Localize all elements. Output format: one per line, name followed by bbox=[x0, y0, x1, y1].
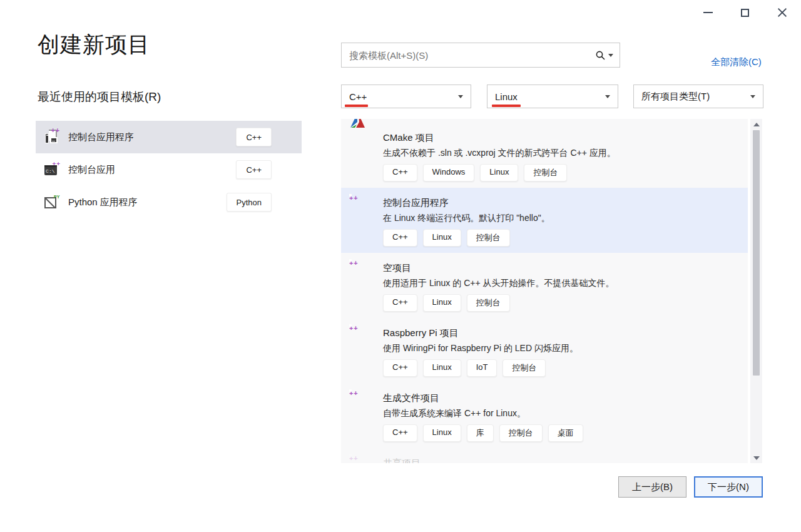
template-tags: C++ Linux 控制台 bbox=[383, 294, 510, 312]
template-list: CMake 项目 生成不依赖于 .sln 或 .vcxproj 文件的新式跨平台… bbox=[341, 119, 748, 463]
template-item-raspberry-pi[interactable]: ++ Raspberry Pi 项目 使用 WiringPi for Raspb… bbox=[341, 318, 748, 383]
tag: 控制台 bbox=[467, 294, 510, 312]
tag: Linux bbox=[423, 424, 461, 442]
template-description: 在 Linux 终端运行代码。默认打印 "hello"。 bbox=[383, 213, 550, 224]
scroll-down-button[interactable] bbox=[750, 453, 762, 463]
triangle-up-icon bbox=[753, 123, 760, 126]
search-button[interactable] bbox=[595, 50, 620, 61]
minimize-icon bbox=[703, 12, 713, 13]
triangle-down-icon bbox=[753, 456, 760, 460]
tag: Linux bbox=[423, 359, 461, 377]
template-tags: C++ Linux 控制台 bbox=[383, 229, 510, 247]
search-icon bbox=[595, 50, 606, 61]
search-box bbox=[341, 43, 620, 68]
tag: C++ bbox=[383, 229, 417, 247]
language-badge: C++ bbox=[236, 128, 272, 146]
platform-dropdown-value: Linux bbox=[495, 91, 518, 102]
scrollbar-thumb[interactable] bbox=[753, 130, 760, 376]
template-item-makefile-project[interactable]: ++ 生成文件项目 自带生成系统来编译 C++ for Linux。 C++ L… bbox=[341, 383, 748, 448]
language-badge: Python bbox=[227, 193, 272, 212]
tag: 控制台 bbox=[499, 424, 543, 442]
tag: C++ bbox=[383, 424, 417, 442]
chevron-down-icon bbox=[458, 95, 463, 98]
template-title: 共享项目 bbox=[383, 458, 421, 463]
search-input[interactable] bbox=[342, 43, 595, 67]
maximize-icon bbox=[741, 9, 749, 17]
template-list-scrollbar[interactable] bbox=[750, 119, 762, 463]
linux-console-app-icon: ++ bbox=[44, 129, 61, 145]
tag: C++ bbox=[383, 164, 417, 182]
recent-item-label: 控制台应用程序 bbox=[68, 131, 134, 143]
annotation-underline-platform bbox=[492, 105, 521, 107]
tag: Linux bbox=[423, 229, 461, 247]
project-type-dropdown[interactable]: 所有项目类型(T) bbox=[633, 84, 763, 108]
language-dropdown-value: C++ bbox=[349, 91, 367, 102]
close-icon bbox=[777, 8, 787, 18]
tag: 控制台 bbox=[467, 229, 510, 247]
tag: 桌面 bbox=[548, 424, 583, 442]
template-item-empty-project[interactable]: ++ 空项目 使用适用于 Linux 的 C++ 从头开始操作。不提供基础文件。… bbox=[341, 253, 748, 318]
cpp-console-window-icon: C:\ ++ bbox=[44, 161, 61, 178]
recent-templates-heading: 最近使用的项目模板(R) bbox=[38, 89, 161, 105]
maximize-button[interactable] bbox=[730, 3, 759, 22]
template-item-cmake[interactable]: CMake 项目 生成不依赖于 .sln 或 .vcxproj 文件的新式跨平台… bbox=[341, 123, 748, 188]
tag: IoT bbox=[467, 359, 497, 377]
tag: Windows bbox=[423, 164, 475, 182]
template-item-console-app-program[interactable]: ++ 控制台应用程序 在 Linux 终端运行代码。默认打印 "hello"。 … bbox=[341, 188, 748, 253]
minimize-button[interactable] bbox=[693, 3, 722, 22]
template-description: 使用 WiringPi for Raspberry Pi 的 LED 闪烁应用。 bbox=[383, 343, 578, 354]
template-tags: C++ Linux IoT 控制台 bbox=[383, 359, 546, 377]
template-item-partial[interactable]: ++ 共享项目 bbox=[341, 448, 748, 463]
close-button[interactable] bbox=[768, 3, 797, 22]
chevron-down-icon bbox=[605, 95, 610, 98]
page-title: 创建新项目 bbox=[38, 30, 150, 59]
tag: 库 bbox=[467, 424, 494, 442]
scroll-up-button[interactable] bbox=[750, 119, 762, 130]
template-description: 使用适用于 Linux 的 C++ 从头开始操作。不提供基础文件。 bbox=[383, 278, 615, 289]
back-button[interactable]: 上一步(B) bbox=[618, 476, 686, 498]
tag: 控制台 bbox=[524, 164, 567, 182]
template-title: Raspberry Pi 项目 bbox=[383, 327, 459, 339]
recent-item-label: Python 应用程序 bbox=[68, 197, 138, 208]
project-type-dropdown-value: 所有项目类型(T) bbox=[641, 91, 710, 103]
template-tags: C++ Linux 库 控制台 桌面 bbox=[383, 424, 583, 442]
template-title: 生成文件项目 bbox=[383, 392, 439, 404]
clear-all-link[interactable]: 全部清除(C) bbox=[711, 56, 762, 68]
chevron-down-icon bbox=[750, 95, 755, 98]
python-app-icon: PY bbox=[44, 194, 61, 210]
tag: 控制台 bbox=[503, 359, 546, 377]
template-title: 控制台应用程序 bbox=[383, 197, 449, 209]
tag: Linux bbox=[423, 294, 461, 312]
template-description: 生成不依赖于 .sln 或 .vcxproj 文件的新式跨平台 C++ 应用。 bbox=[383, 148, 616, 159]
recent-item-label: 控制台应用 bbox=[68, 164, 115, 176]
annotation-underline-language bbox=[345, 105, 368, 107]
tag: C++ bbox=[383, 359, 417, 377]
tag: Linux bbox=[480, 164, 518, 182]
recent-item-console-app[interactable]: C:\ ++ 控制台应用 C++ bbox=[36, 153, 302, 186]
template-tags: C++ Windows Linux 控制台 bbox=[383, 164, 567, 182]
recent-item-python-app[interactable]: PY Python 应用程序 Python bbox=[36, 186, 302, 218]
template-title: 空项目 bbox=[383, 262, 411, 274]
recent-item-console-app-program[interactable]: ++ 控制台应用程序 C++ bbox=[36, 121, 302, 153]
create-new-project-dialog: 创建新项目 全部清除(C) C++ Linux 所有项目类型(T) 最近使用的项… bbox=[0, 0, 801, 532]
language-badge: C++ bbox=[236, 160, 272, 179]
chevron-down-icon bbox=[608, 54, 613, 57]
template-description: 自带生成系统来编译 C++ for Linux。 bbox=[383, 408, 526, 419]
recent-templates-list: ++ 控制台应用程序 C++ C:\ ++ 控制台应用 C++ PY Pytho… bbox=[36, 121, 302, 218]
tag: C++ bbox=[383, 294, 417, 312]
template-title: CMake 项目 bbox=[383, 132, 434, 144]
next-button[interactable]: 下一步(N) bbox=[694, 476, 763, 498]
